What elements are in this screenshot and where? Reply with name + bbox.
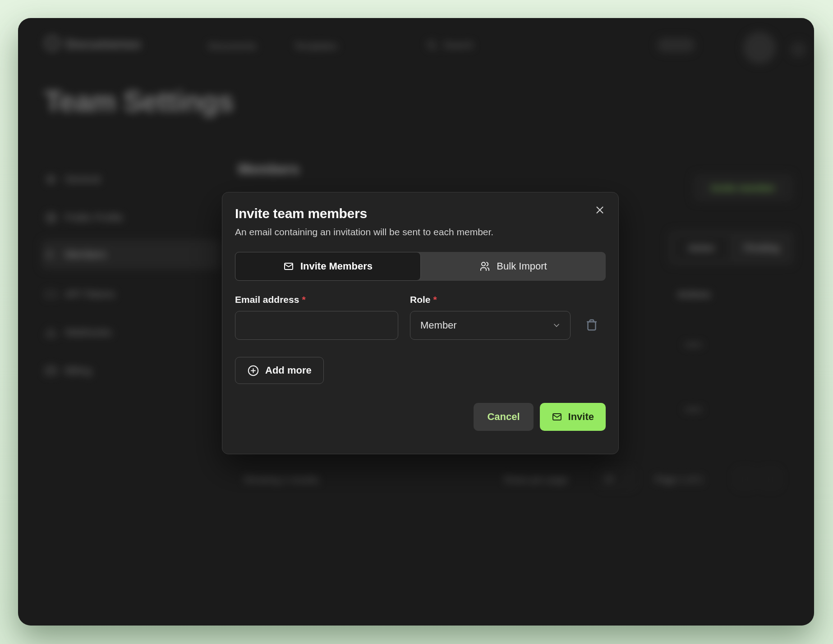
label-text: Email address [235,294,299,305]
email-address-label: Email address* [235,294,398,305]
invite-button-label: Invite [568,411,594,423]
role-select[interactable]: Member [410,311,571,340]
remove-row-button[interactable] [582,316,601,335]
dialog-subtitle: An email containing an invitation will b… [235,227,606,238]
close-icon[interactable] [594,204,606,216]
dialog-footer: Cancel Invite [235,403,606,431]
mail-icon [552,411,562,422]
role-selected-value: Member [420,320,457,331]
users-icon [479,261,490,272]
invite-button[interactable]: Invite [540,403,606,431]
spacer [582,294,600,305]
add-more-label: Add more [265,365,312,376]
label-text: Role [410,294,431,305]
invite-mode-tabs: Invite Members Bulk Import [235,252,606,281]
tab-invite-members[interactable]: Invite Members [235,252,421,281]
chevron-down-icon [552,321,561,330]
required-marker: * [302,294,305,305]
mail-icon [283,261,294,272]
dialog-title: Invite team members [235,206,606,221]
invite-form: Email address* Role* Member [235,294,606,340]
required-marker: * [433,294,437,305]
role-label: Role* [410,294,571,305]
screen: Documenso Documents Templates Search Tea… [0,0,833,644]
add-more-button[interactable]: Add more [235,357,324,384]
email-field[interactable] [235,311,398,340]
invite-team-members-dialog: Invite team members An email containing … [222,192,619,454]
tab-label: Invite Members [300,260,373,272]
cancel-button[interactable]: Cancel [474,403,533,431]
trash-icon [584,317,599,333]
tab-label: Bulk Import [497,260,547,272]
tab-bulk-import[interactable]: Bulk Import [421,252,606,281]
plus-circle-icon [247,365,259,377]
